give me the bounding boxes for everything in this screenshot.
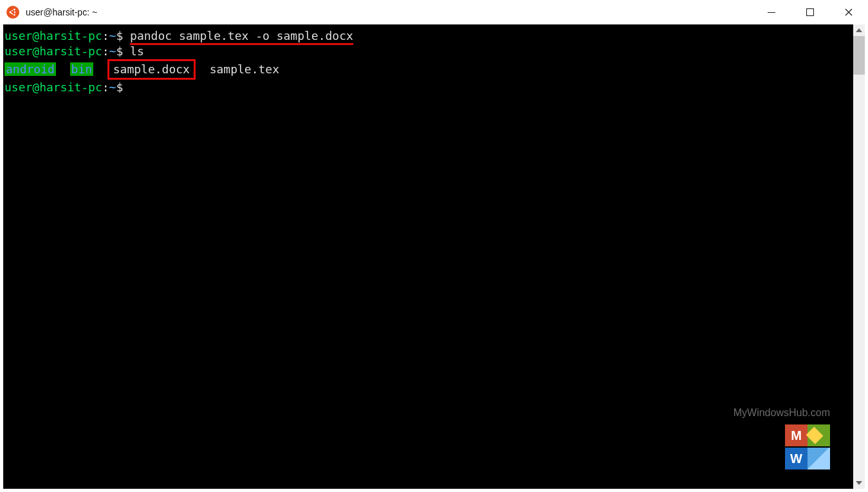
- svg-rect-4: [807, 9, 814, 16]
- prompt-path: ~: [109, 44, 116, 58]
- svg-point-2: [14, 14, 15, 16]
- svg-point-1: [14, 9, 15, 11]
- prompt-user: user@harsit-pc: [5, 80, 102, 94]
- close-button[interactable]: [829, 0, 868, 24]
- svg-rect-3: [768, 12, 775, 13]
- ls-dir: bin: [70, 62, 94, 76]
- titlebar[interactable]: user@harsit-pc: ~: [0, 0, 868, 24]
- command-pandoc: pandoc sample.tex -o sample.docx: [130, 29, 353, 45]
- prompt-symbol: $: [116, 44, 123, 58]
- prompt-symbol: $: [116, 29, 123, 42]
- prompt-user: user@harsit-pc: [5, 29, 102, 42]
- terminal-window: user@harsit-pc: ~ user@harsit-pc:~$ pand…: [0, 0, 868, 492]
- prompt-path: ~: [109, 80, 116, 94]
- ls-file: sample.docx: [113, 62, 190, 76]
- maximize-button[interactable]: [791, 0, 829, 24]
- terminal-line: user@harsit-pc:~$: [5, 80, 852, 95]
- close-icon: [845, 8, 853, 16]
- ls-file: sample.tex: [210, 62, 279, 76]
- terminal-line: user@harsit-pc:~$ ls: [5, 44, 852, 59]
- watermark-text: MyWindowsHub.com: [734, 405, 830, 421]
- ls-dir: android: [5, 62, 56, 76]
- scroll-down-icon[interactable]: [853, 477, 865, 489]
- terminal-viewport[interactable]: user@harsit-pc:~$ pandoc sample.tex -o s…: [3, 24, 853, 489]
- scrollbar-thumb[interactable]: [853, 36, 865, 75]
- watermark-logo-icon: M W: [734, 424, 830, 469]
- scroll-up-icon[interactable]: [853, 24, 865, 36]
- minimize-icon: [768, 12, 775, 13]
- vertical-scrollbar[interactable]: [853, 24, 865, 489]
- prompt-symbol: $: [116, 80, 123, 94]
- highlight-box: sample.docx: [107, 59, 196, 80]
- maximize-icon: [806, 8, 814, 16]
- ubuntu-icon: [6, 6, 19, 19]
- terminal-line: user@harsit-pc:~$ pandoc sample.tex -o s…: [5, 28, 852, 44]
- terminal-body-wrap: user@harsit-pc:~$ pandoc sample.tex -o s…: [3, 24, 865, 489]
- scrollbar-track[interactable]: [853, 36, 865, 477]
- prompt-path: ~: [109, 29, 116, 42]
- command-ls: ls: [130, 44, 144, 58]
- window-controls: [752, 0, 868, 24]
- minimize-button[interactable]: [752, 0, 791, 24]
- watermark: MyWindowsHub.com M W: [734, 405, 830, 469]
- prompt-user: user@harsit-pc: [5, 44, 102, 58]
- window-title: user@harsit-pc: ~: [26, 7, 97, 17]
- terminal-line: android bin sample.docx sample.tex: [5, 59, 852, 80]
